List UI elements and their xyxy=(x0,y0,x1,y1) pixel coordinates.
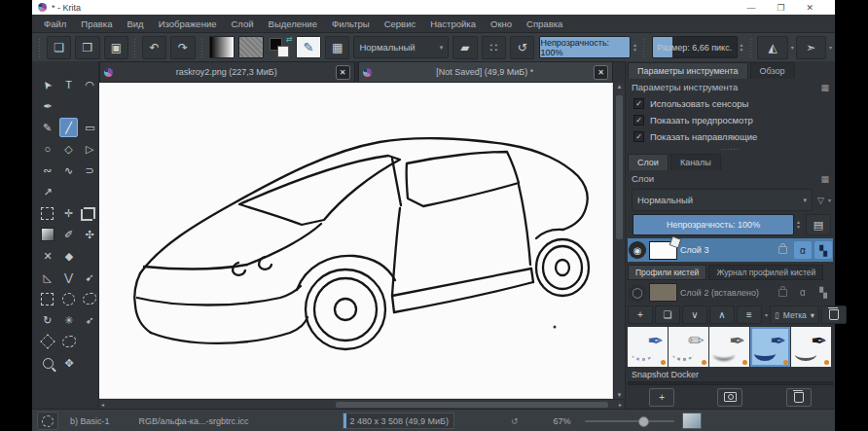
tab-overview[interactable]: Обзор xyxy=(750,62,795,79)
swap-colors-icon[interactable]: ⇄ xyxy=(286,35,293,44)
layer-opacity-slider[interactable]: Непрозрачность: 100% xyxy=(633,214,794,235)
save-button[interactable]: ▣ xyxy=(104,36,128,59)
opacity-spinner[interactable]: ▲▼ xyxy=(796,220,801,230)
vertical-scrollbar[interactable]: ▲ ▼ xyxy=(613,83,625,399)
brush-outline-button[interactable] xyxy=(37,412,58,430)
tab-tool-options[interactable]: Параметры инструмента xyxy=(628,62,748,79)
crop-tool[interactable] xyxy=(81,204,98,222)
toolbar-grip[interactable] xyxy=(749,38,753,57)
wrap-around-button[interactable]: ➣ xyxy=(796,36,826,59)
toolbar-grip[interactable] xyxy=(642,38,646,57)
eraser-mode-button[interactable]: ▰ xyxy=(452,36,477,59)
chevron-down-icon[interactable]: ▾ xyxy=(791,44,794,51)
checkbox-icon[interactable]: ✓ xyxy=(633,98,644,109)
assistants-tool[interactable]: ⋁ xyxy=(60,269,78,286)
foreground-background-colors[interactable]: ⇄ xyxy=(268,37,291,57)
layer-properties-toolbar-button[interactable]: ≡ xyxy=(737,305,762,324)
move-layer-down-button[interactable]: ∨ xyxy=(682,305,707,324)
move-tool[interactable]: ✛ xyxy=(60,204,78,222)
freehand-path-tool[interactable]: ∿ xyxy=(60,162,78,179)
opacity-spinner[interactable]: ▲▼ xyxy=(633,43,637,53)
undo-button[interactable]: ↶ xyxy=(142,36,166,59)
brush-preset-tile-selected[interactable]: ✒ xyxy=(750,327,790,367)
open-document-button[interactable]: ❒ xyxy=(75,36,99,59)
brush-preset-tile[interactable]: ✒ xyxy=(709,327,749,367)
canvas[interactable] xyxy=(99,83,613,399)
chevron-down-icon[interactable]: ▾ xyxy=(828,197,831,203)
similar-color-selection-tool[interactable]: ↻ xyxy=(39,311,56,329)
vertical-scroll-thumb[interactable] xyxy=(616,95,623,239)
reference-images-tool[interactable]: ➹ xyxy=(81,269,98,286)
menu-window[interactable]: Окно xyxy=(490,18,512,29)
close-tab-button[interactable]: ✕ xyxy=(594,65,608,80)
canvas-thumbnail-button[interactable] xyxy=(682,413,702,429)
smart-patch-tool[interactable]: ✣ xyxy=(81,226,98,243)
menu-select[interactable]: Выделение xyxy=(269,18,317,29)
docker-resize-handle[interactable]: ...... xyxy=(628,145,833,153)
layer-properties-button[interactable]: ▤ xyxy=(806,214,831,235)
polyline-tool[interactable]: ▷ xyxy=(81,140,98,158)
choose-brush-preset-button[interactable]: ▦ xyxy=(325,36,349,59)
layer-inherit-alpha-button[interactable]: ▚ xyxy=(814,241,832,259)
spin-down-icon[interactable]: ▼ xyxy=(796,225,801,230)
mirror-view-button[interactable]: ◭ xyxy=(757,36,787,59)
layer-alpha-lock-button[interactable]: α xyxy=(794,241,812,259)
move-layer-up-button[interactable]: ∧ xyxy=(709,305,735,324)
menu-tools[interactable]: Сервис xyxy=(384,18,416,29)
rectangle-tool[interactable]: ▭ xyxy=(82,119,98,136)
tab-brush-preset-history[interactable]: Журнал профилей кистей xyxy=(708,265,823,280)
tag-filter-dropdown[interactable]: ▯ Метка ▾ xyxy=(770,305,819,324)
menu-help[interactable]: Справка xyxy=(526,18,562,29)
restore-button[interactable]: ❐ xyxy=(777,3,784,13)
polygon-tool[interactable]: ◇ xyxy=(60,140,78,158)
layer-alpha-lock-button[interactable]: α xyxy=(794,284,812,302)
bezier-selection-tool[interactable] xyxy=(60,333,78,350)
dynamic-brush-tool[interactable]: ⊃ xyxy=(81,162,98,179)
layer-thumbnail[interactable] xyxy=(649,241,677,260)
menu-view[interactable]: Вид xyxy=(127,18,143,29)
freehand-brush-tool[interactable]: ✎ xyxy=(39,119,55,136)
gradient-tool[interactable] xyxy=(39,226,56,243)
color-sampler-tool[interactable]: ✐ xyxy=(60,226,78,243)
current-brush-preset[interactable]: b) Basic-1 xyxy=(70,416,110,426)
brush-preset-tile[interactable]: ✏ xyxy=(669,327,708,367)
menu-settings[interactable]: Настройка xyxy=(430,18,476,29)
bezier-curve-tool[interactable]: ∾ xyxy=(39,162,56,179)
minimize-button[interactable]: — xyxy=(746,3,755,13)
doc-tab-not-saved[interactable]: [Not Saved] (49,9 МиБ) * ✕ xyxy=(358,61,614,83)
checkbox-icon[interactable]: ✓ xyxy=(633,115,644,126)
layer-visibility-button[interactable]: ◉ xyxy=(629,241,646,259)
layer-thumbnail[interactable] xyxy=(649,283,677,302)
multibrush-tool[interactable]: ↗ xyxy=(39,183,56,200)
zoom-slider-knob[interactable] xyxy=(638,416,649,427)
toolbar-grip[interactable] xyxy=(133,38,137,57)
polygonal-selection-tool[interactable] xyxy=(39,333,56,350)
pattern-chooser[interactable] xyxy=(238,36,264,58)
layer-lock-button[interactable] xyxy=(774,241,791,259)
calligraphy-tool[interactable]: ✒ xyxy=(39,97,56,115)
zoom-level[interactable]: 67% xyxy=(554,416,571,426)
create-snapshot-button[interactable]: + xyxy=(649,388,674,407)
pan-tool[interactable]: ✥ xyxy=(60,354,78,372)
brush-preset-tile[interactable]: ✒ xyxy=(791,327,831,367)
transform-tool[interactable] xyxy=(39,204,56,222)
add-layer-button[interactable]: + xyxy=(628,305,653,324)
layer-blending-mode-dropdown[interactable]: Нормальный ▾ xyxy=(632,189,813,211)
color-profile[interactable]: RGB/альфа-ка...-srgbtrc.icc xyxy=(139,416,249,426)
layer-inherit-alpha-button[interactable]: ▚ xyxy=(814,284,832,302)
checkbox-show-preview[interactable]: ✓ Показать предпросмотр xyxy=(628,112,833,128)
layer-row-2[interactable]: ◯ Слой 2 (вставлено) α ▚ xyxy=(628,283,833,302)
layer-row-3[interactable]: ◉ Слой 3 α ▚ xyxy=(628,238,833,262)
toolbar-grip[interactable] xyxy=(38,38,42,57)
remove-snapshot-button[interactable] xyxy=(786,388,812,407)
checkbox-icon[interactable]: ✓ xyxy=(633,131,644,142)
contiguous-selection-tool[interactable]: ✳ xyxy=(60,311,78,329)
scroll-down-icon[interactable]: ▼ xyxy=(614,392,625,398)
brush-size-slider[interactable]: Размер: 6,66 пикс. xyxy=(652,36,738,58)
filter-funnel-icon[interactable]: ▽ xyxy=(817,196,824,205)
selection-mode-icon[interactable]: ↺ xyxy=(511,416,519,426)
chevron-down-icon[interactable]: ▾ xyxy=(765,311,768,318)
select-shapes-tool[interactable]: ➤ xyxy=(39,76,56,93)
horizontal-scroll-thumb[interactable] xyxy=(336,402,608,408)
close-button[interactable]: ✕ xyxy=(806,3,814,13)
